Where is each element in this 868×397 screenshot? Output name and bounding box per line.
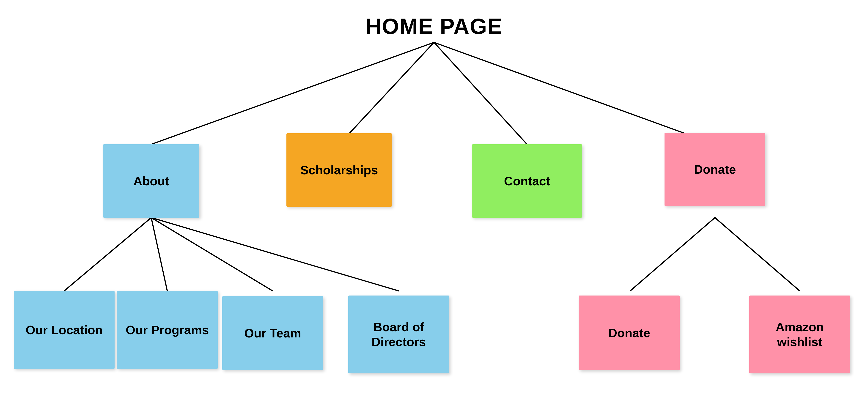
- svg-line-6: [151, 218, 273, 291]
- svg-line-0: [151, 42, 434, 144]
- svg-line-3: [434, 42, 715, 144]
- our-programs-node[interactable]: Our Programs: [117, 291, 218, 369]
- about-node[interactable]: About: [103, 144, 199, 218]
- svg-line-7: [151, 218, 399, 291]
- donate-top-node[interactable]: Donate: [664, 133, 765, 206]
- board-of-directors-node[interactable]: Board of Directors: [348, 296, 449, 373]
- svg-line-5: [151, 218, 167, 291]
- our-team-node[interactable]: Our Team: [222, 296, 323, 370]
- svg-line-4: [64, 218, 151, 291]
- svg-line-1: [339, 42, 434, 144]
- tree-diagram: HOME PAGE About Scholarships Contact Don…: [0, 0, 868, 397]
- amazon-wishlist-node[interactable]: Amazon wishlist: [749, 296, 850, 373]
- svg-line-9: [715, 218, 800, 291]
- our-location-node[interactable]: Our Location: [14, 291, 115, 369]
- svg-line-8: [630, 218, 715, 291]
- svg-line-2: [434, 42, 527, 144]
- scholarships-node[interactable]: Scholarships: [286, 133, 392, 207]
- page-title: HOME PAGE: [0, 0, 868, 39]
- donate-child-node[interactable]: Donate: [579, 296, 680, 370]
- contact-node[interactable]: Contact: [472, 144, 582, 218]
